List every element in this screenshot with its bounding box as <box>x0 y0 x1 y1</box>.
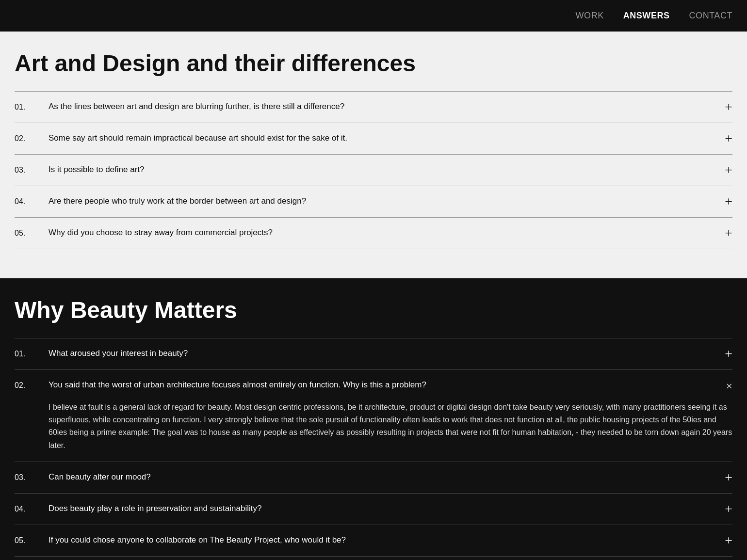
nav-link-answers[interactable]: ANSWERS <box>623 9 670 22</box>
plus-icon: + <box>725 346 732 361</box>
plus-icon: + <box>725 470 732 485</box>
faq-toggle[interactable]: +× <box>718 195 732 208</box>
faq-item[interactable]: 05.Why did you choose to stray away from… <box>15 217 732 249</box>
faq-header[interactable]: 01.As the lines between art and design a… <box>15 92 732 123</box>
navbar: WORKANSWERSCONTACT <box>0 0 747 32</box>
faq-answer: I believe at fault is a general lack of … <box>15 401 732 462</box>
faq-question: Why did you choose to stray away from co… <box>49 226 708 239</box>
faq-item[interactable]: 04.Are there people who truly work at th… <box>15 186 732 217</box>
faq-list: 01.As the lines between art and design a… <box>15 91 732 249</box>
plus-icon: + <box>725 225 732 240</box>
faq-header[interactable]: 05.If you could chose anyone to collabor… <box>15 525 732 556</box>
faq-number: 03. <box>15 163 39 176</box>
faq-toggle[interactable]: +× <box>718 379 732 392</box>
faq-toggle[interactable]: +× <box>718 132 732 145</box>
faq-header[interactable]: 02.You said that the worst of urban arch… <box>15 370 732 401</box>
faq-header[interactable]: 04.Are there people who truly work at th… <box>15 186 732 217</box>
plus-icon: + <box>725 501 732 516</box>
faq-toggle[interactable]: +× <box>718 502 732 516</box>
faq-toggle[interactable]: +× <box>718 100 732 114</box>
faq-number: 04. <box>15 195 39 208</box>
faq-number: 04. <box>15 502 39 515</box>
faq-toggle[interactable]: +× <box>718 471 732 484</box>
faq-number: 05. <box>15 226 39 239</box>
faq-question: Does beauty play a role in preservation … <box>49 502 708 515</box>
faq-question: If you could chose anyone to collaborate… <box>49 534 708 546</box>
faq-number: 03. <box>15 471 39 483</box>
section-title: Why Beauty Matters <box>15 298 732 323</box>
faq-question: What aroused your interest in beauty? <box>49 347 708 360</box>
faq-header[interactable]: 05.Why did you choose to stray away from… <box>15 218 732 249</box>
faq-toggle[interactable]: +× <box>718 347 732 361</box>
faq-header[interactable]: 03.Is it possible to define art?+× <box>15 155 732 186</box>
faq-header[interactable]: 04.Does beauty play a role in preservati… <box>15 494 732 525</box>
faq-header[interactable]: 01.What aroused your interest in beauty?… <box>15 338 732 369</box>
section-title: Art and Design and their differences <box>15 51 732 77</box>
section-beauty-matters: Why Beauty Matters01.What aroused your i… <box>0 278 747 560</box>
faq-item[interactable]: 05.If you could chose anyone to collabor… <box>15 525 732 557</box>
faq-question: You said that the worst of urban archite… <box>49 379 708 391</box>
plus-icon: + <box>725 162 732 177</box>
section-art-design: Art and Design and their differences01.A… <box>0 32 747 278</box>
faq-item[interactable]: 02.You said that the worst of urban arch… <box>15 369 732 462</box>
faq-question: Some say art should remain impractical b… <box>49 132 708 144</box>
faq-question: As the lines between art and design are … <box>49 100 708 113</box>
plus-icon: + <box>725 99 732 114</box>
faq-toggle[interactable]: +× <box>718 226 732 240</box>
faq-item[interactable]: 04.Does beauty play a role in preservati… <box>15 493 732 525</box>
faq-item[interactable]: 03.Is it possible to define art?+× <box>15 154 732 186</box>
plus-icon: + <box>725 131 732 146</box>
faq-number: 01. <box>15 100 39 113</box>
faq-item[interactable]: 01.As the lines between art and design a… <box>15 91 732 123</box>
faq-item[interactable]: 01.What aroused your interest in beauty?… <box>15 338 732 369</box>
faq-number: 05. <box>15 534 39 546</box>
faq-list: 01.What aroused your interest in beauty?… <box>15 338 732 557</box>
faq-number: 02. <box>15 379 39 391</box>
faq-item[interactable]: 03.Can beauty alter our mood?+× <box>15 462 732 493</box>
close-icon: × <box>726 380 732 392</box>
faq-toggle[interactable]: +× <box>718 534 732 547</box>
plus-icon: + <box>725 533 732 548</box>
nav-link-work[interactable]: WORK <box>576 9 604 22</box>
faq-number: 01. <box>15 347 39 360</box>
faq-header[interactable]: 02.Some say art should remain impractica… <box>15 123 732 154</box>
plus-icon: + <box>725 194 732 209</box>
faq-number: 02. <box>15 132 39 144</box>
faq-question: Are there people who truly work at the b… <box>49 195 708 208</box>
nav-links: WORKANSWERSCONTACT <box>576 9 732 22</box>
faq-question: Can beauty alter our mood? <box>49 471 708 483</box>
faq-item[interactable]: 02.Some say art should remain impractica… <box>15 123 732 154</box>
faq-question: Is it possible to define art? <box>49 163 708 176</box>
faq-header[interactable]: 03.Can beauty alter our mood?+× <box>15 462 732 493</box>
faq-toggle[interactable]: +× <box>718 163 732 177</box>
nav-link-contact[interactable]: CONTACT <box>689 9 732 22</box>
